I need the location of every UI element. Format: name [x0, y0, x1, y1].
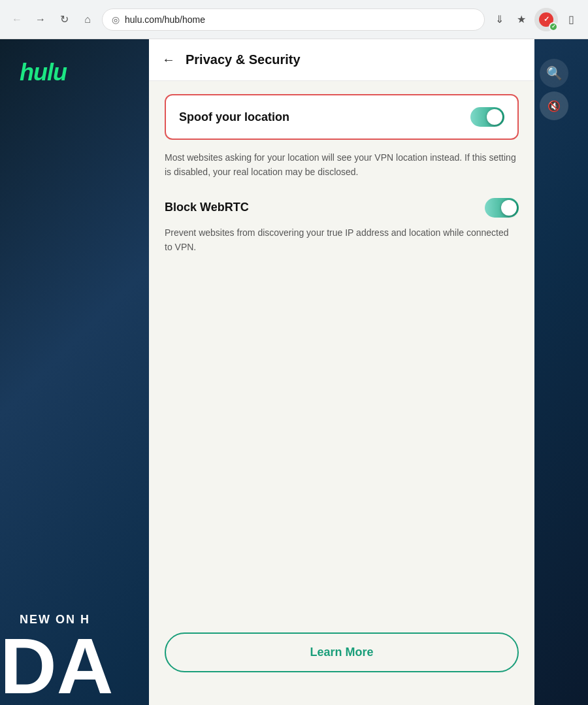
block-webrtc-toggle[interactable] — [485, 198, 519, 218]
block-webrtc-row: Block WebRTC — [165, 198, 519, 218]
extensions-icon[interactable]: ▯ — [562, 10, 580, 29]
back-button[interactable]: ← — [8, 10, 26, 29]
url-text: hulu.com/hub/home — [125, 14, 475, 25]
toggle-thumb — [487, 109, 502, 125]
panel-back-button[interactable]: ← — [162, 52, 175, 67]
home-button[interactable]: ⌂ — [78, 10, 97, 29]
forward-button[interactable]: → — [31, 10, 50, 29]
spoof-location-label: Spoof your location — [179, 110, 289, 124]
spoof-location-description: Most websites asking for your location w… — [165, 150, 519, 180]
panel-title: Privacy & Security — [186, 52, 301, 67]
panel-header: ← Privacy & Security — [149, 39, 534, 81]
block-webrtc-label: Block WebRTC — [165, 201, 249, 214]
hulu-logo: hulu — [20, 59, 67, 86]
toggle-thumb-webrtc — [501, 200, 517, 216]
site-info-icon: ◎ — [112, 14, 120, 25]
panel-content: Spoof your location Most websites asking… — [149, 81, 534, 705]
browser-actions: ⇓ ★ ✓ ✓ ▯ — [490, 8, 580, 31]
hulu-da-text: DA — [0, 627, 113, 705]
vpn-extension-button[interactable]: ✓ ✓ — [534, 8, 558, 31]
address-bar[interactable]: ◎ hulu.com/hub/home — [102, 8, 485, 31]
privacy-security-panel: ← Privacy & Security Spoof your location… — [149, 39, 534, 705]
block-webrtc-description: Prevent websites from discovering your t… — [165, 225, 519, 255]
reload-button[interactable]: ↻ — [55, 10, 73, 29]
spoof-location-row: Spoof your location — [165, 94, 519, 140]
browser-chrome: ← → ↻ ⌂ ◎ hulu.com/hub/home ⇓ ★ ✓ ✓ ▯ — [0, 0, 588, 39]
download-icon[interactable]: ⇓ — [490, 10, 508, 29]
spoof-location-toggle[interactable] — [470, 107, 504, 127]
learn-more-button[interactable]: Learn More — [165, 632, 519, 672]
search-icon[interactable]: 🔍 — [540, 59, 568, 88]
mute-icon[interactable]: 🔇 — [540, 91, 568, 120]
bookmark-icon[interactable]: ★ — [512, 10, 531, 29]
